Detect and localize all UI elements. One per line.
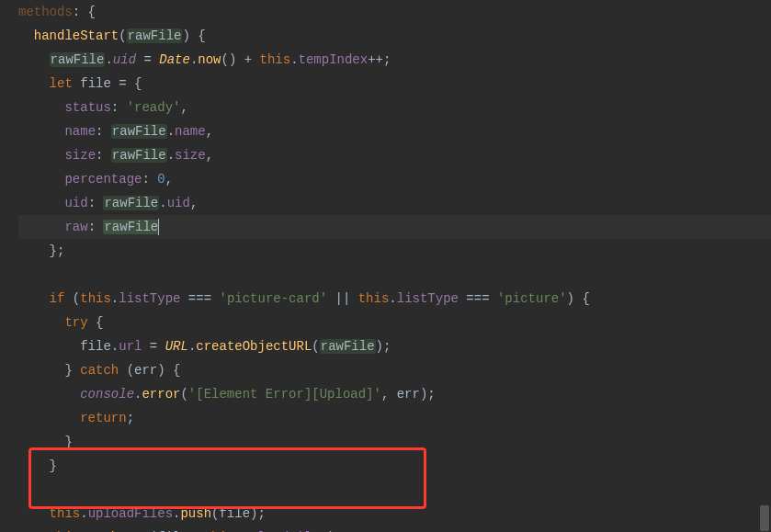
code-line: percentage: 0, [18, 167, 771, 191]
code-editor[interactable]: methods: { handleStart(rawFile) { rawFil… [0, 0, 771, 532]
code-line-blank [18, 263, 771, 287]
code-line-active: raw: rawFile [18, 215, 771, 239]
code-line: let file = { [18, 72, 771, 96]
parameter: rawFile [127, 28, 183, 43]
code-line: if (this.listType === 'picture-card' || … [18, 287, 771, 311]
function-name: handleStart [34, 28, 119, 43]
code-line-blank [18, 478, 771, 502]
text-cursor [158, 219, 159, 235]
code-line: } [18, 430, 771, 454]
code-line: this.uploadFiles.push(file); [18, 502, 771, 526]
code-line: this.onChange(file, this.uploadFiles); [18, 526, 771, 532]
code-line: name: rawFile.name, [18, 119, 771, 143]
code-line: handleStart(rawFile) { [18, 24, 771, 48]
code-line: methods: { [18, 0, 771, 24]
scrollbar-thumb[interactable] [760, 505, 769, 531]
code-line: }; [18, 239, 771, 263]
code-line: status: 'ready', [18, 96, 771, 119]
code-line: return; [18, 406, 771, 430]
code-line: size: rawFile.size, [18, 143, 771, 167]
code-line: console.error('[Element Error][Upload]',… [18, 382, 771, 406]
code-line: file.url = URL.createObjectURL(rawFile); [18, 334, 771, 358]
code-line: try { [18, 311, 771, 334]
code-line: } catch (err) { [18, 358, 771, 382]
code-line: rawFile.uid = Date.now() + this.tempInde… [18, 48, 771, 72]
code-line: } [18, 454, 771, 478]
code-line: uid: rawFile.uid, [18, 191, 771, 215]
